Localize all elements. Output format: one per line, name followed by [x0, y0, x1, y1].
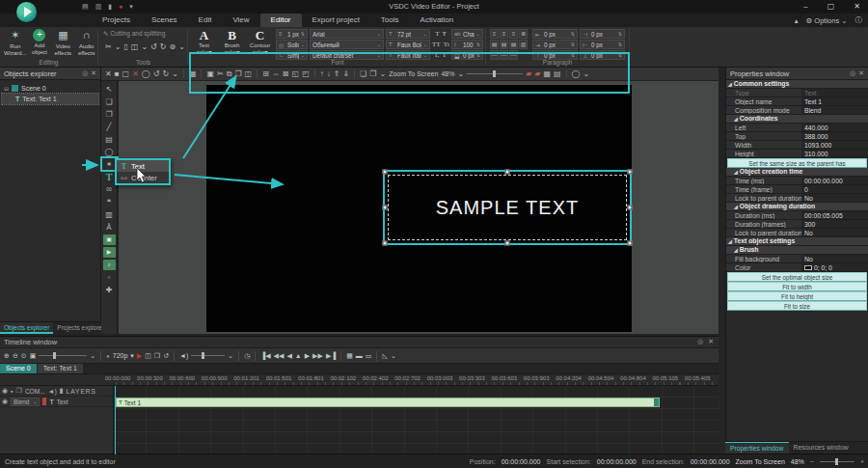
prev-frame-icon[interactable]: ◀◀: [274, 351, 285, 361]
prop-action-button[interactable]: Fit to height: [727, 291, 867, 301]
audio-effects-button[interactable]: ∩Audioeffects: [76, 27, 97, 56]
tl-zoom-out-icon[interactable]: ⊖: [13, 351, 18, 361]
tab-resources-window[interactable]: Resources window: [789, 442, 854, 454]
char-spacing-field-1[interactable]: I100 %⇅: [451, 40, 483, 49]
text-object-selection[interactable]: SAMPLE TEXT: [383, 170, 632, 245]
ellipse-tool[interactable]: ◯: [103, 147, 116, 157]
dropdown-icon[interactable]: ▾: [130, 351, 134, 361]
prop-action-button[interactable]: Set the optimal object size: [727, 272, 867, 282]
resize-handle-n[interactable]: [505, 170, 510, 175]
prop-row[interactable]: Lock to parent durationNo: [726, 194, 868, 203]
scissors-icon[interactable]: ✂: [105, 42, 112, 51]
paragraph-spacing-1[interactable]: ⇥0 px⇅: [532, 40, 578, 49]
align-icon-2[interactable]: ≡: [509, 29, 518, 39]
play-icon[interactable]: ▶: [305, 351, 310, 361]
quality-label[interactable]: 720p: [113, 352, 128, 359]
close-icon[interactable]: ✕: [91, 69, 96, 77]
eye-icon[interactable]: ◉: [2, 387, 8, 395]
resize-handle-nw[interactable]: [383, 170, 388, 175]
move-top-icon[interactable]: ⇑: [334, 69, 340, 80]
font-size-field-0[interactable]: T72 pt⌄: [386, 29, 430, 39]
clock-icon[interactable]: ◷: [244, 351, 250, 361]
text-color-button[interactable]: ATextcolor▾: [191, 28, 217, 55]
lock-icon[interactable]: ▪: [11, 388, 13, 395]
align-icon-6[interactable]: ▤: [509, 40, 518, 49]
zoom-value[interactable]: 48%: [441, 70, 454, 77]
insert-mode-icon[interactable]: ◺: [382, 351, 387, 361]
speaker-icon[interactable]: ◄): [47, 388, 56, 395]
fit-height-icon[interactable]: ◰: [302, 69, 310, 80]
char-spacing-field-0[interactable]: abCharact⌄: [451, 29, 483, 39]
counter-tool[interactable]: 00: [103, 184, 116, 195]
stack-icon[interactable]: ❐: [16, 387, 22, 395]
rows-view-icon[interactable]: ▬: [356, 351, 363, 361]
mask-icon[interactable]: ▦: [543, 69, 551, 80]
volume-slider[interactable]: [191, 355, 225, 356]
popup-item-text[interactable]: TText: [117, 160, 169, 172]
menu-projects[interactable]: Projects: [92, 14, 141, 27]
prop-row[interactable]: Left440.000: [726, 124, 868, 132]
prop-section[interactable]: ◢Brush: [726, 246, 868, 255]
text-style-buttons-0[interactable]: TŦ: [432, 29, 449, 39]
prop-row[interactable]: Time (frame)0: [726, 185, 868, 194]
align-center-icon[interactable]: ⊞: [262, 69, 269, 80]
blend-mode-select[interactable]: Blend⌄: [11, 398, 40, 406]
prop-row[interactable]: Height310.000: [726, 150, 868, 158]
paragraph-spacing-1[interactable]: ⊢0 px⇅: [580, 40, 625, 49]
prop-row[interactable]: Time (ms)00:00:00.000: [726, 177, 868, 185]
prop-value[interactable]: 00:00:05.005: [801, 211, 868, 219]
video-preview-stage[interactable]: SAMPLE TEXT: [206, 85, 632, 332]
tl-zoom-in-icon[interactable]: ⊕: [4, 351, 10, 361]
text-style-icon[interactable]: Tt: [444, 41, 449, 48]
prop-row[interactable]: Duration (frames)300: [726, 220, 868, 229]
pointer-tool[interactable]: ↖: [103, 84, 116, 95]
text-tool[interactable]: T: [103, 172, 116, 182]
font-select-0[interactable]: Arial⌄: [310, 29, 384, 39]
tree-item-1[interactable]: TText: Text 1: [2, 94, 98, 104]
dropdown-icon[interactable]: ⌄: [141, 42, 148, 51]
go-start-icon[interactable]: ▐◀: [260, 351, 270, 361]
undo-icon[interactable]: ↺: [153, 69, 160, 80]
close-button[interactable]: ✕: [854, 1, 860, 12]
zoom-mode-label[interactable]: Zoom To Screen: [389, 70, 438, 77]
align-horizontal-icon[interactable]: ⇔: [272, 69, 280, 80]
tree-item-0[interactable]: ⊟Scene 0: [2, 83, 98, 94]
move-up-icon[interactable]: ↑: [320, 69, 324, 80]
eye-icon[interactable]: ◉: [2, 398, 8, 405]
go-end-icon[interactable]: ▶▐: [326, 351, 336, 361]
split-icon[interactable]: ◫: [131, 42, 139, 51]
move-bottom-icon[interactable]: ⇓: [342, 69, 349, 80]
menu-edit[interactable]: Edit: [188, 14, 223, 27]
prop-row[interactable]: Top388.000: [726, 132, 868, 141]
next-frame-icon[interactable]: ▶▶: [312, 351, 323, 361]
chart-tool[interactable]: ▥: [103, 209, 116, 220]
paste-icon[interactable]: ▣: [206, 69, 214, 80]
minimize-button[interactable]: –: [803, 1, 807, 12]
tab-objects-explorer[interactable]: Objects explorer: [0, 322, 53, 334]
pin-icon[interactable]: ◎: [850, 69, 855, 77]
prop-value[interactable]: 0: [801, 185, 868, 193]
text-style-icon[interactable]: T: [435, 30, 439, 38]
more-dropdown-icon[interactable]: ⌄: [379, 69, 386, 80]
prop-row[interactable]: Duration (ms)00:00:05.005: [726, 211, 868, 220]
sprite-tool[interactable]: ▫: [103, 272, 116, 283]
menu-editor[interactable]: Editor: [260, 14, 302, 27]
text-style-icon[interactable]: T,: [434, 51, 440, 59]
move-down-icon[interactable]: ↓: [327, 69, 331, 80]
text-style-buttons-1[interactable]: TTTt: [432, 40, 449, 49]
prop-action-button[interactable]: Set the same size as the parent has: [727, 158, 867, 168]
prop-row[interactable]: Fill backgroundNo: [726, 255, 868, 263]
prop-value[interactable]: Text 1: [801, 97, 868, 105]
close-icon[interactable]: ✕: [858, 69, 864, 77]
dropdown-icon[interactable]: ⌄: [178, 42, 185, 51]
zoom-out-icon[interactable]: −: [810, 458, 814, 465]
dropdown-icon[interactable]: ⌄: [583, 69, 589, 80]
menu-export-project[interactable]: Export project: [302, 14, 370, 27]
prop-value[interactable]: 388.000: [801, 132, 868, 140]
menu-scenes[interactable]: Scenes: [141, 14, 188, 27]
align-icon-3[interactable]: ≣: [519, 29, 528, 39]
status-zoom-mode[interactable]: Zoom To Screen: [736, 458, 785, 465]
dropdown-icon[interactable]: ⌄: [391, 351, 396, 361]
resize-handle-sw[interactable]: [383, 241, 388, 246]
grid-icon[interactable]: ▦: [189, 69, 197, 80]
